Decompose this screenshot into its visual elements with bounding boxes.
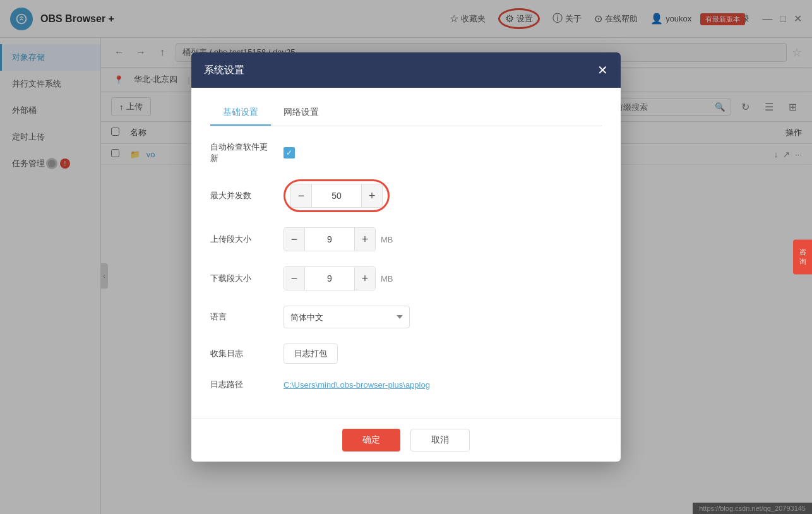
dialog-footer: 确定 取消 bbox=[191, 418, 621, 462]
chat-line2: 询 bbox=[797, 257, 808, 266]
max-concurrent-row: 最大并发数 − + bbox=[210, 179, 602, 212]
upload-chunk-unit: MB bbox=[381, 235, 393, 244]
log-path-control: C:\Users\mind\.obs-browser-plus\applog bbox=[284, 380, 430, 390]
upload-chunk-label: 上传段大小 bbox=[210, 234, 273, 245]
dialog-body: 基础设置 网络设置 自动检查软件更新 ✓ 最大并发数 − bbox=[191, 88, 621, 418]
max-concurrent-stepper: − + bbox=[290, 184, 383, 208]
download-chunk-stepper: − + bbox=[284, 266, 376, 290]
download-chunk-input[interactable] bbox=[304, 267, 355, 290]
language-select[interactable]: 简体中文 English bbox=[284, 306, 410, 328]
download-chunk-increase[interactable]: + bbox=[355, 267, 375, 290]
language-control: 简体中文 English bbox=[284, 306, 410, 328]
collect-log-control: 日志打包 bbox=[284, 344, 338, 364]
settings-dialog: 系统设置 ✕ 基础设置 网络设置 自动检查软件更新 ✓ bbox=[191, 52, 621, 462]
upload-chunk-decrease[interactable]: − bbox=[284, 228, 304, 251]
dialog-title: 系统设置 bbox=[204, 64, 244, 77]
tab-basic[interactable]: 基础设置 bbox=[210, 100, 271, 126]
cancel-button[interactable]: 取消 bbox=[410, 429, 470, 451]
chat-line1: 咨 bbox=[797, 248, 808, 257]
upload-chunk-increase[interactable]: + bbox=[355, 228, 375, 251]
download-chunk-unit: MB bbox=[381, 274, 393, 284]
dialog-tabs: 基础设置 网络设置 bbox=[210, 100, 602, 126]
upload-chunk-stepper: − + bbox=[284, 227, 376, 251]
tab-network[interactable]: 网络设置 bbox=[271, 100, 331, 126]
language-row: 语言 简体中文 English bbox=[210, 306, 602, 328]
collect-log-button[interactable]: 日志打包 bbox=[284, 344, 338, 364]
max-concurrent-decrease[interactable]: − bbox=[291, 184, 311, 207]
auto-update-row: 自动检查软件更新 ✓ bbox=[210, 141, 602, 164]
max-concurrent-stepper-wrapper: − + bbox=[284, 179, 390, 212]
max-concurrent-input[interactable] bbox=[311, 184, 362, 207]
log-path-value[interactable]: C:\Users\mind\.obs-browser-plus\applog bbox=[284, 380, 430, 390]
download-chunk-row: 下载段大小 − + MB bbox=[210, 266, 602, 290]
upload-chunk-control: − + MB bbox=[284, 227, 393, 251]
language-label: 语言 bbox=[210, 311, 273, 323]
max-concurrent-increase[interactable]: + bbox=[362, 184, 382, 207]
overlay: 系统设置 ✕ 基础设置 网络设置 自动检查软件更新 ✓ bbox=[0, 0, 812, 514]
download-chunk-decrease[interactable]: − bbox=[284, 267, 304, 290]
chat-widget[interactable]: 咨 询 bbox=[793, 240, 812, 275]
log-path-label: 日志路径 bbox=[210, 379, 273, 390]
dialog-header: 系统设置 ✕ bbox=[191, 52, 621, 88]
upload-chunk-row: 上传段大小 − + MB bbox=[210, 227, 602, 251]
auto-update-control: ✓ bbox=[284, 147, 295, 158]
collect-log-label: 收集日志 bbox=[210, 348, 273, 359]
log-path-row: 日志路径 C:\Users\mind\.obs-browser-plus\app… bbox=[210, 379, 602, 390]
confirm-button[interactable]: 确定 bbox=[342, 429, 400, 451]
download-chunk-control: − + MB bbox=[284, 266, 393, 290]
auto-update-checkbox[interactable]: ✓ bbox=[284, 147, 295, 158]
dialog-close-button[interactable]: ✕ bbox=[597, 63, 608, 78]
download-chunk-label: 下载段大小 bbox=[210, 273, 273, 284]
upload-chunk-input[interactable] bbox=[304, 228, 355, 251]
max-concurrent-control: − + bbox=[284, 179, 390, 212]
collect-log-row: 收集日志 日志打包 bbox=[210, 344, 602, 364]
max-concurrent-label: 最大并发数 bbox=[210, 190, 273, 201]
auto-update-label: 自动检查软件更新 bbox=[210, 141, 273, 164]
